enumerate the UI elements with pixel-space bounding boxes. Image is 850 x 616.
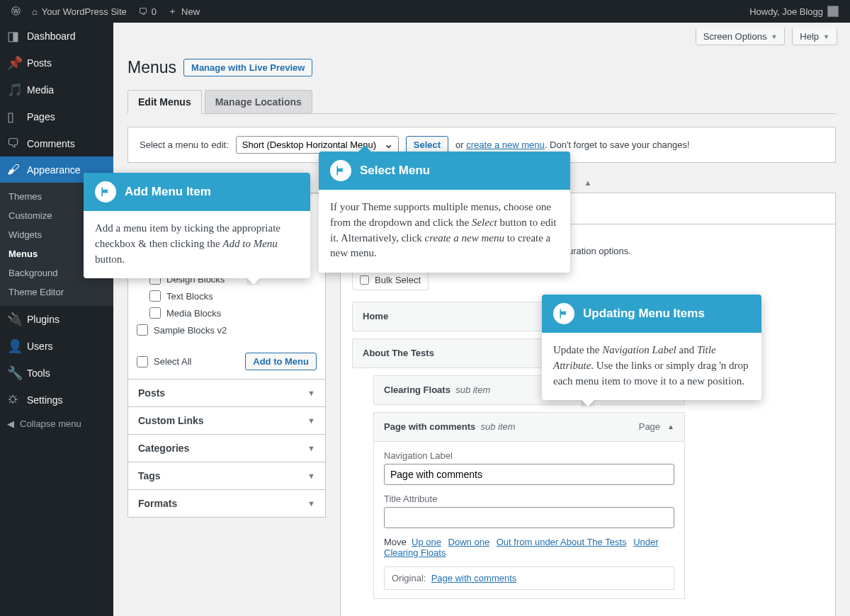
move-link[interactable]: Out from under About The Tests (497, 537, 627, 547)
wrench-icon: 🔧 (7, 365, 21, 381)
sidebar-item-posts[interactable]: 📌Posts (0, 50, 113, 76)
flag-icon (330, 160, 351, 181)
admin-toolbar: ⓦ ⌂ Your WordPress Site 🗨 0 ＋ New Howdy,… (0, 0, 850, 23)
user-icon: 👤 (7, 338, 21, 354)
pin-icon: 📌 (7, 55, 21, 71)
sidebar-item-pages[interactable]: ▯Pages (0, 103, 113, 130)
metabox-toggle-formats[interactable]: Formats▼ (128, 490, 325, 517)
collapse-icon: ◀ (7, 418, 14, 429)
page-item[interactable]: Text Blocks (137, 287, 317, 304)
chevron-down-icon: ▼ (307, 416, 315, 425)
collapse-label: Collapse menu (20, 418, 81, 429)
menu-item-handle[interactable]: Page with comments sub itemPage▲ (373, 412, 685, 442)
wordpress-icon: ⓦ (11, 5, 21, 18)
chevron-down-icon: ▼ (307, 389, 315, 397)
title-attr-input[interactable] (384, 507, 674, 528)
sidebar-item-tools[interactable]: 🔧Tools (0, 360, 113, 387)
bulk-select-checkbox[interactable] (360, 275, 369, 285)
move-link[interactable]: Up one (412, 537, 441, 547)
chevron-down-icon: ▼ (307, 472, 315, 480)
sidebar-item-settings[interactable]: ⛭Settings (0, 387, 113, 413)
howdy-text: Howdy, Joe Blogg (749, 6, 823, 17)
select-menu-label: Select a menu to edit: (140, 139, 229, 150)
flag-icon (553, 303, 574, 324)
page-item-checkbox[interactable] (137, 324, 148, 336)
sidebar-item-media[interactable]: 🎵Media (0, 76, 113, 103)
page-icon: ▯ (7, 109, 21, 125)
collapse-menu-button[interactable]: ◀ Collapse menu (0, 413, 113, 435)
chevron-down-icon: ▼ (307, 444, 315, 452)
comment-icon: 🗨 (138, 6, 147, 17)
page-item-checkbox[interactable] (149, 290, 161, 302)
nav-tabs: Edit Menus Manage Locations (128, 90, 836, 114)
plugin-icon: 🔌 (7, 312, 21, 327)
wp-logo[interactable]: ⓦ (6, 0, 26, 23)
settings-icon: ⛭ (7, 392, 21, 407)
tooltip-select-menu: Select Menu If your Theme supports multi… (319, 152, 570, 273)
tab-manage-locations[interactable]: Manage Locations (205, 90, 312, 114)
brush-icon: 🖌 (7, 162, 21, 177)
select-all-checkbox[interactable] (137, 356, 148, 367)
original-link[interactable]: Page with comments (431, 573, 517, 583)
page-item-checkbox[interactable] (149, 307, 161, 319)
tab-edit-menus[interactable]: Edit Menus (128, 90, 202, 114)
metabox-toggle-posts[interactable]: Posts▼ (128, 380, 325, 406)
sidebar-item-plugins[interactable]: 🔌Plugins (0, 306, 113, 333)
original-row: Original: Page with comments (384, 566, 674, 590)
metabox-toggle-tags[interactable]: Tags▼ (128, 462, 325, 489)
menu-item-settings: Navigation Label Title Attribute Move Up… (373, 442, 685, 599)
select-all-pages[interactable]: Select All (137, 353, 191, 370)
sidebar-item-users[interactable]: 👤Users (0, 333, 113, 360)
comment-icon: 🗨 (7, 136, 21, 151)
page-title: Menus (128, 58, 176, 77)
flag-icon (95, 181, 116, 203)
home-icon: ⌂ (32, 6, 38, 17)
media-icon: 🎵 (7, 82, 21, 98)
chevron-icon[interactable]: ▲ (667, 423, 674, 430)
new-content-link[interactable]: ＋ New (162, 0, 205, 23)
create-new-menu-link[interactable]: create a new menu (466, 139, 545, 150)
chevron-down-icon: ▼ (823, 33, 829, 40)
comments-count: 0 (152, 6, 157, 17)
page-item[interactable]: Media Blocks (137, 304, 317, 321)
dashboard-icon: ◨ (7, 28, 21, 44)
page-item[interactable]: Sample Blocks v2 (137, 321, 317, 338)
help-button[interactable]: Help ▼ (792, 28, 837, 45)
admin-sidebar: ◨Dashboard📌Posts🎵Media▯Pages🗨Comments🖌Ap… (0, 23, 113, 616)
sidebar-item-comments[interactable]: 🗨Comments (0, 130, 113, 156)
metabox-toggle-custom-links[interactable]: Custom Links▼ (128, 407, 325, 434)
move-link[interactable]: Down one (448, 537, 490, 547)
tooltip-add-menu-item: Add Menu Item Add a menu item by ticking… (84, 173, 310, 278)
metabox-toggle-categories[interactable]: Categories▼ (128, 435, 325, 462)
add-to-menu-button[interactable]: Add to Menu (245, 353, 317, 370)
chevron-down-icon: ▼ (771, 33, 777, 40)
live-preview-button[interactable]: Manage with Live Preview (183, 59, 312, 76)
nav-label-title: Navigation Label (384, 450, 674, 461)
new-label: New (181, 6, 200, 17)
screen-options-button[interactable]: Screen Options ▼ (696, 28, 786, 45)
tooltip-updating-items: Updating Menu Items Update the Navigatio… (542, 295, 761, 400)
title-attr-title: Title Attribute (384, 494, 674, 504)
nav-label-input[interactable] (384, 464, 674, 485)
plus-icon: ＋ (168, 5, 177, 18)
site-name-link[interactable]: ⌂ Your WordPress Site (26, 0, 132, 23)
comments-link[interactable]: 🗨 0 (132, 0, 162, 23)
chevron-down-icon: ▼ (307, 499, 315, 508)
sidebar-item-dashboard[interactable]: ◨Dashboard (0, 23, 113, 50)
site-name-label: Your WordPress Site (42, 6, 127, 17)
move-row: Move Up one Down one Out from under Abou… (384, 537, 674, 558)
submenu-item-theme-editor[interactable]: Theme Editor (0, 283, 113, 302)
my-account[interactable]: Howdy, Joe Blogg (744, 0, 844, 23)
avatar (827, 6, 839, 17)
